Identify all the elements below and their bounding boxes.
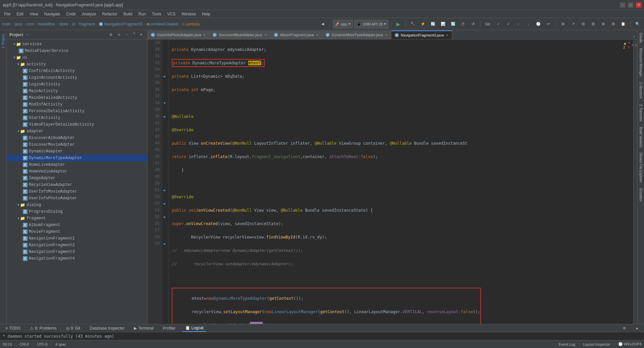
menu-edit[interactable]: Edit [14,11,26,17]
tab-close-userinfophoto[interactable]: ✕ [203,33,206,37]
vcs-button[interactable]: Git: [483,20,492,28]
tree-dialog-folder[interactable]: ▼ 📁 dialog [7,202,147,208]
vcs-arrow-down[interactable]: ↓ [524,20,533,28]
menu-run[interactable]: Run [136,11,149,17]
bottom-tab-problems[interactable]: ⚠ 6: Problems [27,325,59,332]
toolbar-extra-2[interactable]: ↗ [569,20,577,28]
tree-loginaccountactivity[interactable]: CLoginAccountActivity [7,74,147,81]
bottom-tab-terminal[interactable]: ▶ Terminal [131,325,156,332]
fold-51[interactable]: ▶ [164,188,166,192]
menu-help[interactable]: Help [199,11,213,17]
right-tab-gradle[interactable]: Gradle [638,30,643,46]
status-crlf[interactable]: CRLF [20,342,30,346]
status-indent[interactable]: 4 spac [55,342,66,346]
build-btn-7[interactable]: ↺ [469,20,478,28]
tree-maindetailedactivity[interactable]: CMainDetailedActivity [7,94,147,101]
fold-34[interactable]: ▶ [164,74,166,78]
fold-53[interactable]: ▶ [164,202,166,206]
menu-analyze[interactable]: Analyze [79,11,99,17]
tree-confirmexitactivity[interactable]: CConfirmExitActivity [7,68,147,74]
tree-navigationfragment1[interactable]: CNavigationFragment1 [7,235,147,242]
tree-fragment-folder[interactable]: ▼ 📁 fragment [7,215,147,222]
tree-videoplayeractivity[interactable]: CVideoPlayerDetailedActivity [7,121,147,128]
search-button[interactable]: 🔍 [633,20,642,28]
bottom-tab-todo[interactable]: ≡ TODO [3,325,23,332]
menu-window[interactable]: Window [179,11,199,17]
tab-close-albumfragment[interactable]: ✕ [316,33,319,37]
back-button[interactable]: ◀ [318,20,327,28]
menu-view[interactable]: View [27,11,41,17]
vcs-history[interactable]: 🕐 [534,20,543,28]
bottom-tab-profiler[interactable]: Profiler [160,325,178,332]
bottom-tab-logcat[interactable]: 📋 Logcat [182,325,206,332]
status-position[interactable]: 59:19 [3,342,12,346]
minimize-button[interactable]: − [620,2,625,8]
breadcrumb-fragment[interactable]: fragment [79,22,95,26]
run-button[interactable]: ▶ [394,20,403,28]
status-event-log[interactable]: Event Log [559,342,576,346]
tree-userinfoPhotoadapter[interactable]: CUserInfoPhotoAdapter [7,195,147,202]
right-tab-buildvariants[interactable]: Build Variants [638,124,643,150]
tree-userinfomovieadapter[interactable]: CUserInfoMovieAdapter [7,188,147,195]
menu-build[interactable]: Build [121,11,135,17]
tab-close-discoveralbum[interactable]: ✕ [264,33,267,37]
tree-modinfactivity[interactable]: CModInfActivity [7,101,147,108]
menu-refactor[interactable]: Refactor [100,11,120,17]
breadcrumb-store[interactable]: store [59,22,68,26]
menu-code[interactable]: Code [63,11,78,17]
bottom-restore-button[interactable]: ▲ [633,324,641,333]
build-btn-1[interactable]: 🔨 [409,20,417,28]
right-tab-resource[interactable]: Resource Manager [638,46,643,79]
right-tab-zstructure[interactable]: Z-Structure [638,79,643,101]
tree-moviefragment[interactable]: CMovieFragment [7,228,147,235]
sidebar-tab-project[interactable]: 1: Project [1,31,6,51]
tree-navigationfragment3[interactable]: CNavigationFragment3 [7,249,147,255]
app-dropdown[interactable]: 🚀 app ▾ [333,20,353,28]
tree-recycleviewadapter[interactable]: CRecycleViewAdapter [7,182,147,188]
tab-close-dynamicmore[interactable]: ✕ [385,33,388,37]
bottom-settings-button[interactable]: ⚙ [620,324,629,333]
tree-ui-folder[interactable]: ▼ 📁 ui [7,54,147,61]
tree-mainactivity[interactable]: CMainActivity [7,88,147,94]
fold-38[interactable]: ▼ [164,101,166,105]
tree-activity-folder[interactable]: ▼ 📁 activity [7,61,147,68]
toolbar-extra-5[interactable]: ⊞ [599,20,607,28]
menu-vcs[interactable]: VCS [165,11,178,17]
fold-55[interactable]: ▶ [164,215,166,219]
build-btn-6[interactable]: ⏱ [459,20,468,28]
breadcrumb-ui[interactable]: ui [72,22,75,26]
breadcrumb-lambda[interactable]: Lambda [185,22,200,26]
toolbar-extra-1[interactable]: ⊞ [558,20,567,28]
tree-dynamicmoretypeadapter[interactable]: CDynamicMoreTypeAdapter [7,155,147,161]
toolbar-extra-6[interactable]: ⊞ [609,20,618,28]
tab-navfrag3[interactable]: C NavigationFragment3.java ✕ [391,30,452,39]
breadcrumb-java[interactable]: java [15,22,22,26]
toolbar-extra-7[interactable]: 📋 [619,20,628,28]
build-btn-5[interactable]: 🔃 [449,20,458,28]
tree-navigationfragment4[interactable]: CNavigationFragment4 [7,255,147,262]
code-content[interactable]: private DynamicAdapter mdynamicAdapter; … [169,40,633,324]
api-dropdown[interactable]: 📱 1080 API 29 ▾ [354,20,388,28]
tab-dynamicmore[interactable]: C DynamicMoreTypeAdapter.java ✕ [322,30,391,39]
tab-albumfragment[interactable]: C AlbumFragment.java ✕ [271,30,323,39]
tree-mediaplayerservice[interactable]: C MediaPlayerService [7,48,147,54]
tree-albumfragment[interactable]: CAlbumFragment [7,222,147,228]
build-btn-3[interactable]: 🔄 [429,20,437,28]
status-charset[interactable]: UTF-8 [37,342,48,346]
panel-gear[interactable]: ⚙ [108,31,114,38]
tab-close-navfrag3[interactable]: ✕ [446,33,448,37]
tree-homeliveadapter[interactable]: CHomeLiveAdapter [7,161,147,168]
tree-services-folder[interactable]: ▼ 📁 services [7,41,147,48]
tree-discoveralbumadpter[interactable]: CDiscoverAlbumAdpter [7,135,147,141]
vcs-check[interactable]: ✓ [494,20,502,28]
maximize-button[interactable]: □ [628,2,633,8]
tree-loginactivity[interactable]: CLoginActivity [7,81,147,88]
right-tab-devicefile[interactable]: Device File Explorer [638,150,643,185]
tree-personaldetailsactivity[interactable]: CPersonalDetailsActivity [7,108,147,115]
tree-homevedioadapter[interactable]: CHomeVedioAdapter [7,168,147,175]
breadcrumb-navfrag3[interactable]: NavigationFragment3 [104,22,143,26]
menu-tools[interactable]: Tools [149,11,164,17]
breadcrumb-com[interactable]: com [26,22,34,26]
vcs-plus[interactable]: ✓ [504,20,513,28]
right-tab-emulator[interactable]: Emulator [638,186,643,204]
